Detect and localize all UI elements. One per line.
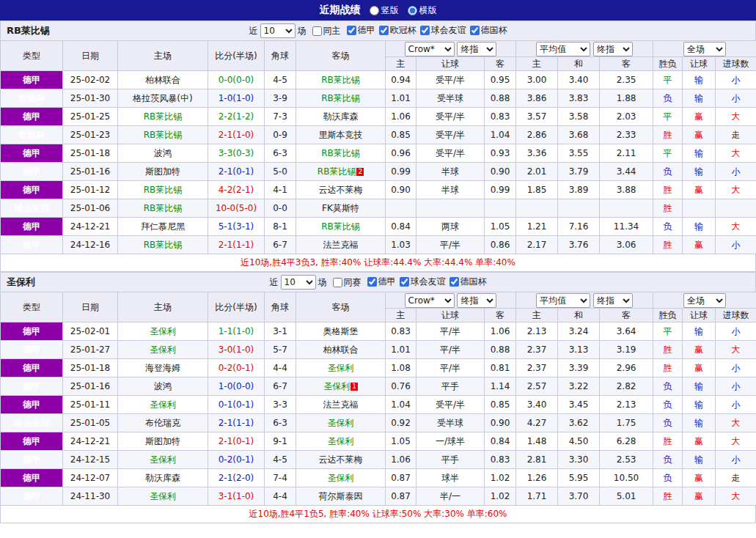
team-link[interactable]: 法兰克福	[323, 240, 359, 250]
league-filter-checkbox[interactable]	[347, 26, 356, 35]
scope-select[interactable]: 全场	[683, 293, 726, 308]
league-filter-label: 德国杯	[460, 276, 487, 288]
team-link[interactable]: RB莱比锡	[144, 185, 183, 195]
away-team-cell: 里斯本竞技	[296, 126, 386, 144]
team-link[interactable]: 云达不莱梅	[319, 454, 363, 465]
match-date: 24-12-15	[63, 451, 118, 469]
same-filter-checkbox[interactable]	[333, 278, 342, 287]
corner-count: 6-7	[265, 236, 296, 254]
league-badge: 德甲	[1, 236, 63, 254]
league-badge: 德甲	[1, 469, 63, 487]
team-link[interactable]: 圣保利	[150, 491, 176, 501]
matches-table: 类型 日期 主场 比分(半场) 角球 客场 Crow* 终指 平均值 终指 全场	[0, 40, 756, 254]
bookmaker-select[interactable]: Crow*	[405, 42, 455, 56]
team-link[interactable]: 圣保利	[150, 454, 176, 465]
league-filter-label: 德甲	[358, 24, 375, 37]
match-score: 10-0(5-0)	[208, 199, 265, 218]
team-link[interactable]: 波鸿	[154, 381, 172, 391]
match-row: 德甲25-01-16波鸿1-0(0-0)6-7圣保利10.76平手1.142.5…	[1, 377, 756, 396]
match-score: 0-2(0-1)	[208, 451, 265, 469]
average-select[interactable]: 平均值	[536, 42, 590, 56]
team-link[interactable]: 波鸿	[154, 148, 172, 158]
result-goals	[716, 199, 756, 218]
match-count-select[interactable]: 10	[281, 275, 316, 290]
crown-odds-group: Crow* 终指	[386, 41, 516, 57]
team-link[interactable]: 圣保利	[328, 473, 354, 483]
team-link[interactable]: 圣保利	[328, 363, 354, 373]
col-avg-away: 客	[600, 57, 653, 71]
odds-stage-select[interactable]: 终指	[593, 293, 633, 308]
team-link[interactable]: 里斯本竞技	[319, 130, 363, 140]
odds-stage-select[interactable]: 终指	[457, 42, 496, 56]
team-link[interactable]: 柏林联合	[145, 75, 180, 85]
team-link[interactable]: RB莱比锡	[318, 166, 356, 177]
team-link[interactable]: 斯图加特	[145, 436, 180, 446]
avg-draw-odds: 4.50	[558, 432, 600, 451]
match-date: 25-01-30	[63, 89, 118, 108]
crown-handicap-line: 受半球	[416, 89, 485, 108]
team-link[interactable]: FK莫斯特	[322, 203, 359, 213]
team-link[interactable]: 圣保利	[328, 418, 354, 428]
team-link[interactable]: 奥格斯堡	[323, 326, 359, 336]
horizontal-layout-radio[interactable]	[408, 6, 417, 15]
team-link[interactable]: 拜仁慕尼黑	[141, 221, 185, 232]
bookmaker-select[interactable]: Crow*	[405, 293, 455, 308]
team-link[interactable]: RB莱比锡	[321, 93, 360, 103]
team-link[interactable]: 斯图加特	[145, 166, 180, 177]
match-count-select[interactable]: 10	[260, 23, 296, 38]
team-link[interactable]: 圣保利	[150, 326, 176, 336]
league-filter-checkbox[interactable]	[379, 26, 389, 35]
result-handicap: 输	[683, 323, 716, 341]
vertical-layout-radio[interactable]	[370, 6, 379, 15]
team-link[interactable]: RB莱比锡	[144, 203, 183, 213]
team-link[interactable]: 圣保利	[323, 381, 350, 391]
team-link[interactable]: RB莱比锡	[144, 111, 183, 122]
avg-home-odds: 4.27	[516, 414, 558, 432]
league-badge: 德甲	[1, 359, 63, 377]
team-link[interactable]: 柏林联合	[323, 344, 359, 355]
crown-away-odds: 0.81	[485, 359, 516, 377]
team-link[interactable]: 勒沃库森	[323, 111, 359, 122]
crown-home-odds: 1.03	[386, 236, 416, 254]
league-filter-checkbox[interactable]	[420, 26, 430, 35]
odds-stage-select[interactable]: 终指	[457, 293, 496, 308]
col-corner: 角球	[265, 292, 296, 323]
crown-handicap-line: 受半球	[416, 414, 485, 432]
team-link[interactable]: 海登海姆	[145, 363, 180, 373]
team-link[interactable]: RB莱比锡	[321, 75, 360, 85]
league-filter-checkbox[interactable]	[449, 277, 459, 287]
away-team-cell: 勒沃库森	[296, 108, 386, 126]
avg-away-odds: 3.19	[600, 341, 653, 359]
team-link[interactable]: 圣保利	[150, 399, 176, 410]
avg-away-odds: 11.34	[600, 218, 653, 236]
odds-stage-select[interactable]: 终指	[593, 42, 633, 56]
crown-handicap-line: 一/球半	[416, 432, 485, 451]
average-select[interactable]: 平均值	[536, 293, 590, 308]
team-link[interactable]: 格拉茨风暴(中)	[133, 93, 192, 103]
scope-select[interactable]: 全场	[683, 42, 726, 56]
team-link[interactable]: 云达不莱梅	[319, 185, 363, 195]
league-filter-checkbox[interactable]	[367, 277, 377, 287]
team-link[interactable]: 法兰克福	[323, 399, 359, 410]
corner-count: 0-9	[265, 126, 296, 144]
team-link[interactable]: 荷尔斯泰因	[319, 491, 363, 501]
home-team-cell: 勒沃库森	[118, 469, 208, 487]
team-link[interactable]: RB莱比锡	[321, 221, 360, 232]
crown-away-odds: 0.90	[485, 163, 516, 181]
team-link[interactable]: 勒沃库森	[145, 473, 180, 483]
league-filter-checkbox[interactable]	[400, 277, 409, 287]
col-date: 日期	[63, 41, 118, 71]
avg-home-odds: 2.81	[516, 451, 558, 469]
team-link[interactable]: RB莱比锡	[144, 130, 183, 140]
league-filter-checkbox[interactable]	[470, 26, 480, 35]
team-link[interactable]: RB莱比锡	[144, 240, 183, 250]
team-link[interactable]: 布伦瑞克	[145, 418, 180, 428]
match-row: 球会友谊25-01-05布伦瑞克2-1(1-1)6-3圣保利0.92受半球0.9…	[1, 414, 756, 432]
same-filter-checkbox[interactable]	[312, 26, 322, 36]
crown-home-odds: 1.04	[386, 396, 416, 414]
team-link[interactable]: RB莱比锡	[321, 148, 360, 158]
team-link[interactable]: 圣保利	[328, 436, 354, 446]
avg-draw-odds: 3.89	[558, 181, 600, 199]
home-team-cell: 柏林联合	[118, 71, 208, 89]
team-link[interactable]: 圣保利	[150, 344, 176, 355]
